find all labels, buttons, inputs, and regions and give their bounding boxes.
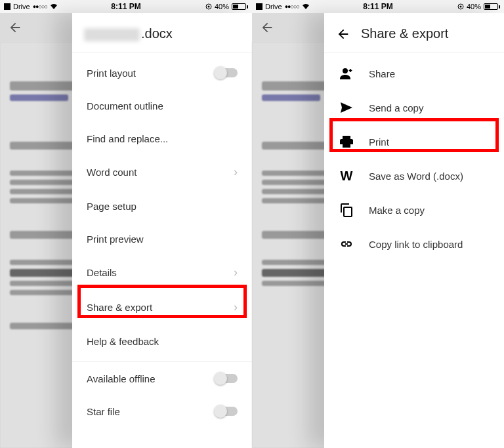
rotation-lock-icon	[457, 3, 464, 10]
svg-point-2	[207, 6, 209, 8]
back-arrow-icon[interactable]	[260, 20, 274, 35]
chevron-right-icon: ›	[234, 266, 238, 279]
battery-icon	[484, 3, 500, 10]
menu-item-details[interactable]: Details›	[72, 255, 252, 290]
menu-item-label: Find and replace...	[87, 133, 238, 144]
menu-item-share[interactable]: Share	[324, 56, 504, 91]
svg-text:W: W	[341, 169, 353, 183]
menu-item-label: Print	[369, 136, 490, 148]
svg-point-5	[459, 6, 461, 8]
menu-item-save-as-word-docx-[interactable]: WSave as Word (.docx)	[324, 159, 504, 193]
menu-item-label: Share & export	[87, 302, 234, 313]
send-icon	[339, 100, 354, 115]
menu-item-word-count[interactable]: Word count›	[72, 155, 252, 190]
toggle-switch[interactable]	[215, 374, 238, 383]
printer-icon	[339, 134, 354, 150]
menu-item-send-a-copy[interactable]: Send a copy	[324, 91, 504, 125]
back-arrow-icon[interactable]	[336, 27, 350, 41]
menu-item-label: Star file	[87, 406, 215, 417]
menu-item-document-outline[interactable]: Document outline	[72, 89, 252, 122]
menu-item-make-a-copy[interactable]: Make a copy	[324, 193, 504, 227]
toggle-switch[interactable]	[215, 407, 238, 416]
w-icon: W	[339, 168, 354, 184]
menu-item-label: Document outline	[87, 100, 238, 112]
battery-pct: 40%	[467, 3, 481, 10]
menu-item-print-preview[interactable]: Print preview	[72, 222, 252, 255]
wifi-icon	[50, 3, 58, 10]
menu-item-label: Word count	[87, 167, 234, 178]
status-time: 8:11 PM	[363, 2, 392, 11]
menu-item-label: Copy link to clipboard	[369, 239, 490, 250]
menu-item-help-feedback[interactable]: Help & feedback	[72, 325, 252, 357]
menu-item-print-layout[interactable]: Print layout	[72, 56, 252, 89]
menu-item-star-file[interactable]: Star file	[72, 395, 252, 428]
share-export-sheet: Share & export ShareSend a copyPrintWSav…	[324, 13, 504, 448]
menu-item-label: Print layout	[87, 68, 215, 79]
screen-left: Drive ●●○○○ 8:11 PM 40%	[0, 0, 252, 448]
svg-rect-3	[256, 3, 262, 10]
menu-item-label: Make a copy	[369, 205, 490, 216]
menu-item-label: Print preview	[87, 234, 238, 245]
doc-title-suffix: .docx	[141, 26, 173, 41]
rotation-lock-icon	[205, 3, 212, 10]
status-time: 8:11 PM	[111, 2, 140, 11]
sheet-title: Share & export	[361, 26, 448, 41]
menu-item-page-setup[interactable]: Page setup	[72, 190, 252, 222]
back-arrow-icon[interactable]	[8, 20, 22, 35]
app-icon	[256, 3, 262, 10]
battery-icon	[232, 3, 248, 10]
menu-item-copy-link-to-clipboard[interactable]: Copy link to clipboard	[324, 227, 504, 261]
menu-item-label: Send a copy	[369, 102, 490, 113]
menu-item-label: Details	[87, 267, 234, 278]
chevron-right-icon: ›	[234, 300, 238, 314]
carrier-label: Drive	[13, 3, 30, 10]
sheet-header: .docx	[72, 13, 252, 48]
sheet-header: Share & export	[324, 13, 504, 48]
menu-item-label: Help & feedback	[87, 336, 238, 347]
signal-dots: ●●○○○	[285, 3, 299, 10]
carrier-label: Drive	[265, 3, 282, 10]
battery-pct: 40%	[215, 3, 229, 10]
menu-list: Print layoutDocument outlineFind and rep…	[72, 52, 252, 432]
link-icon	[339, 236, 354, 252]
wifi-icon	[302, 3, 310, 10]
toggle-switch[interactable]	[215, 68, 238, 77]
copy-icon	[339, 202, 354, 218]
svg-point-6	[343, 68, 348, 73]
screen-right: Drive ●●○○○ 8:11 PM 40%	[252, 0, 504, 448]
person-add-icon	[339, 66, 354, 81]
chevron-right-icon: ›	[234, 165, 238, 179]
menu-item-label: Save as Word (.docx)	[369, 171, 490, 182]
status-bar: Drive ●●○○○ 8:11 PM 40%	[0, 0, 252, 13]
menu-item-label: Available offline	[87, 373, 215, 384]
status-bar: Drive ●●○○○ 8:11 PM 40%	[252, 0, 504, 13]
doc-title: .docx	[84, 26, 173, 41]
menu-item-print[interactable]: Print	[324, 125, 504, 159]
svg-rect-8	[344, 207, 352, 216]
menu-item-share-export[interactable]: Share & export›	[72, 290, 252, 325]
options-sheet: .docx Print layoutDocument outlineFind a…	[72, 13, 252, 448]
menu-item-find-and-replace-[interactable]: Find and replace...	[72, 122, 252, 155]
svg-rect-0	[4, 3, 10, 10]
menu-item-available-offline[interactable]: Available offline	[72, 362, 252, 395]
menu-list: ShareSend a copyPrintWSave as Word (.doc…	[324, 52, 504, 265]
menu-item-label: Share	[369, 68, 490, 79]
app-icon	[4, 3, 10, 10]
doc-title-blurred	[84, 28, 140, 41]
signal-dots: ●●○○○	[33, 3, 47, 10]
menu-item-label: Page setup	[87, 201, 238, 212]
